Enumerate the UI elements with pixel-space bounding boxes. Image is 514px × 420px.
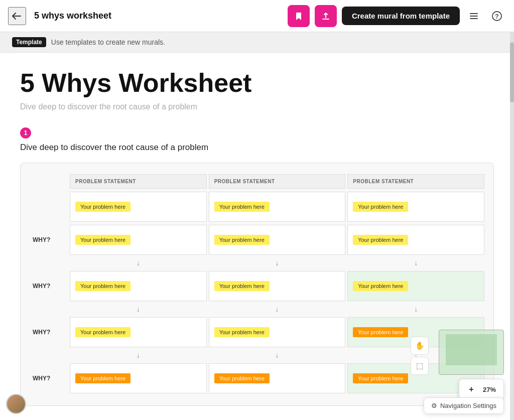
main-content: 5 Whys Worksheet Dive deep to discover t… (0, 53, 514, 420)
row-label-why4: WHY? (29, 362, 69, 394)
nav-settings-label: Navigation Settings (440, 402, 496, 409)
why4-sticky-1: Your problem here (75, 373, 131, 383)
page-title: 5 Whys Worksheet (20, 69, 494, 97)
why3-sticky-2: Your problem here (214, 327, 270, 337)
why2-cell-1: Your problem here (70, 271, 207, 301)
problem-cell-3: Your problem here (347, 192, 484, 222)
scrollbar-thumb[interactable] (510, 42, 514, 102)
template-badge: Template (12, 37, 46, 47)
problem-cell-1: Your problem here (70, 192, 207, 222)
help-button[interactable]: ? (488, 7, 506, 25)
why1-sticky-1: Your problem here (75, 235, 131, 245)
arrow-2-3: ↓ (346, 303, 485, 315)
why1-sticky-2: Your problem here (214, 235, 270, 245)
why3-sticky-1: Your problem here (75, 327, 131, 337)
arrow-2-1: ↓ (69, 303, 208, 315)
row-spacer-0 (29, 191, 69, 223)
arrow-3-1: ↓ (69, 349, 208, 361)
section-header: 1 (20, 127, 494, 138)
problem-sticky-1: Your problem here (75, 202, 131, 212)
arrow-3-2: ↓ (208, 349, 347, 361)
problem-sticky-2: Your problem here (214, 202, 270, 212)
nav-settings-icon: ⚙ (431, 402, 437, 409)
page-subtitle: Dive deep to discover the root cause of … (20, 102, 494, 111)
zoom-controls: + 27% (459, 379, 504, 400)
row-label-why2: WHY? (29, 270, 69, 302)
svg-rect-1 (470, 16, 478, 17)
scrollbar[interactable] (510, 32, 514, 420)
list-view-button[interactable] (465, 7, 483, 25)
mini-map (439, 330, 504, 375)
arrow-1-1: ↓ (69, 257, 208, 269)
arrow-spacer-1 (29, 257, 69, 269)
arrow-1-3: ↓ (346, 257, 485, 269)
why4-sticky-2: Your problem here (214, 373, 270, 383)
svg-rect-2 (470, 18, 478, 19)
create-mural-button[interactable]: Create mural from template (342, 7, 460, 25)
col-spacer (29, 173, 69, 190)
bookmark-button[interactable] (288, 5, 310, 27)
user-avatar[interactable] (6, 394, 26, 414)
row-label-why1: WHY? (29, 224, 69, 256)
why2-cell-3: Your problem here (347, 271, 484, 301)
problem-cell-2: Your problem here (209, 192, 346, 222)
row-label-why3: WHY? (29, 316, 69, 348)
col-header-1: PROBLEM STATEMENT (70, 174, 207, 189)
zoom-level: 27% (480, 386, 498, 393)
selection-tool-button[interactable]: ⬚ (411, 357, 429, 375)
why3-cell-2: Your problem here (209, 317, 346, 347)
svg-text:?: ? (495, 13, 498, 20)
why2-sticky-2: Your problem here (214, 281, 270, 291)
problem-sticky-3: Your problem here (353, 202, 408, 212)
section-description: Dive deep to discover the root cause of … (20, 143, 494, 153)
arrow-1-2: ↓ (208, 257, 347, 269)
arrow-spacer-3 (29, 349, 69, 361)
why4-cell-2: Your problem here (209, 363, 346, 393)
header-title: 5 whys worksheet (34, 11, 280, 21)
navigation-settings[interactable]: ⚙ Navigation Settings (424, 397, 504, 414)
section-number: 1 (20, 127, 31, 138)
app-header: 5 whys worksheet Create mural from templ… (0, 0, 514, 32)
why1-sticky-3: Your problem here (353, 235, 408, 245)
header-actions: Create mural from template ? (288, 5, 506, 27)
why1-cell-1: Your problem here (70, 225, 207, 255)
template-banner-text: Use templates to create new murals. (51, 38, 165, 46)
why4-cell-1: Your problem here (70, 363, 207, 393)
why2-sticky-1: Your problem here (75, 281, 131, 291)
svg-rect-0 (470, 13, 478, 14)
col-header-2: PROBLEM STATEMENT (209, 174, 346, 189)
why1-cell-2: Your problem here (209, 225, 346, 255)
zoom-plus-button[interactable]: + (464, 382, 478, 396)
tool-icons-panel: ✋ ⬚ (411, 337, 429, 375)
why4-sticky-3: Your problem here (353, 373, 408, 383)
why2-cell-2: Your problem here (209, 271, 346, 301)
template-banner: Template Use templates to create new mur… (0, 32, 514, 53)
why3-sticky-3: Your problem here (353, 327, 408, 337)
why3-cell-1: Your problem here (70, 317, 207, 347)
col-header-3: PROBLEM STATEMENT (347, 174, 484, 189)
arrow-2-2: ↓ (208, 303, 347, 315)
back-button[interactable] (8, 7, 26, 25)
avatar-image (7, 395, 25, 413)
hand-tool-button[interactable]: ✋ (411, 337, 429, 355)
arrow-spacer-2 (29, 303, 69, 315)
why1-cell-3: Your problem here (347, 225, 484, 255)
upload-button[interactable] (315, 5, 337, 27)
why2-sticky-3: Your problem here (353, 281, 408, 291)
